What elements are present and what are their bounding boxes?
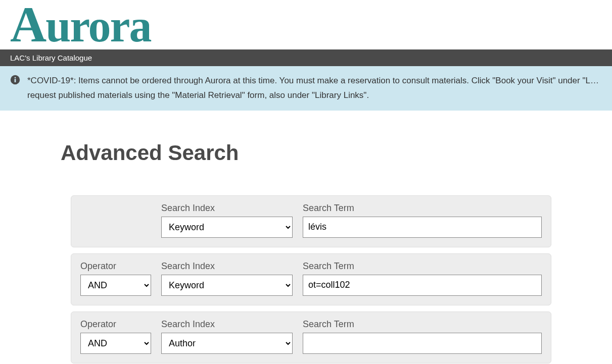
info-icon <box>10 75 20 90</box>
search-term-input[interactable] <box>303 333 542 354</box>
search-term-label: Search Term <box>303 203 542 214</box>
search-index-label: Search Index <box>161 319 293 330</box>
search-index-group: Search Index KeywordAuthorTitleSubject <box>161 319 293 354</box>
search-index-label: Search Index <box>161 203 293 214</box>
search-index-group: Search Index KeywordAuthorTitleSubject <box>161 203 293 238</box>
operator-group: Operator ANDORNOT <box>80 319 151 354</box>
subtitle-bar: LAC's Library Catalogue <box>0 49 612 66</box>
operator-label: Operator <box>80 319 151 330</box>
search-row: Operator ANDORNOT Search Index KeywordAu… <box>71 311 551 363</box>
search-term-group: Search Term <box>303 319 542 354</box>
search-index-group: Search Index KeywordAuthorTitleSubject <box>161 261 293 296</box>
operator-label: Operator <box>80 261 151 272</box>
search-term-input[interactable] <box>303 275 542 296</box>
search-row: Operator ANDORNOT Search Index KeywordAu… <box>71 253 551 305</box>
notice-bar: *COVID-19*: Items cannot be ordered thro… <box>0 66 612 111</box>
svg-rect-2 <box>15 79 16 82</box>
search-index-select[interactable]: KeywordAuthorTitleSubject <box>161 217 293 238</box>
notice-text: *COVID-19*: Items cannot be ordered thro… <box>27 74 602 103</box>
search-term-label: Search Term <box>303 319 542 330</box>
operator-group: Operator ANDORNOT <box>80 261 151 296</box>
search-rows: Search Index KeywordAuthorTitleSubject S… <box>61 195 551 363</box>
page-title: Advanced Search <box>61 141 551 165</box>
operator-select[interactable]: ANDORNOT <box>80 333 151 354</box>
subtitle-text: LAC's Library Catalogue <box>10 54 92 62</box>
search-index-label: Search Index <box>161 261 293 272</box>
search-term-group: Search Term <box>303 261 542 296</box>
main-content: Advanced Search Search Index KeywordAuth… <box>0 111 612 364</box>
logo[interactable]: Aurora <box>10 0 151 50</box>
search-row: Search Index KeywordAuthorTitleSubject S… <box>71 195 551 247</box>
search-term-group: Search Term <box>303 203 542 238</box>
search-index-select[interactable]: KeywordAuthorTitleSubject <box>161 333 293 354</box>
operator-select[interactable]: ANDORNOT <box>80 275 151 296</box>
logo-area: Aurora <box>0 0 612 49</box>
svg-point-1 <box>15 77 16 79</box>
search-term-label: Search Term <box>303 261 542 272</box>
search-term-input[interactable] <box>303 217 542 238</box>
search-index-select[interactable]: KeywordAuthorTitleSubject <box>161 275 293 296</box>
